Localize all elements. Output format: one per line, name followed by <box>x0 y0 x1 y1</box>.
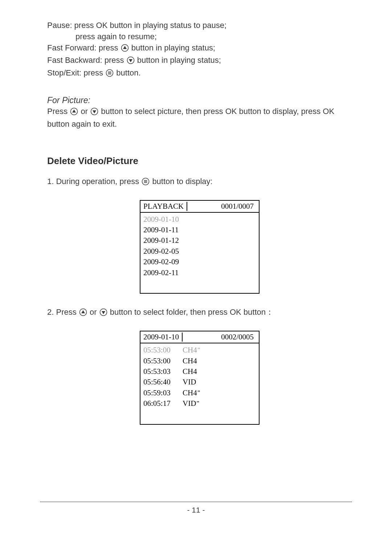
list-item: 2009-02-11 <box>143 268 256 278</box>
down-triangle-circle-icon <box>127 56 135 68</box>
folder-screen-header: 2009-01-10 0002/0005 <box>140 331 259 343</box>
up-triangle-circle-icon <box>70 107 78 119</box>
playback-counter: 0001/0007 <box>221 202 255 211</box>
list-item: 05:59:03CH4” <box>143 388 256 398</box>
playback-list: 2009-01-102009-01-112009-01-122009-02-05… <box>140 213 259 293</box>
folder-list: 05:53:00CH4”05:53:00CH405:53:03CH405:56:… <box>140 343 259 424</box>
svg-marker-3 <box>129 59 132 62</box>
row-time: 05:53:03 <box>143 366 176 377</box>
step2-mid: or <box>87 307 99 317</box>
svg-marker-17 <box>81 310 85 314</box>
list-item: 05:53:00CH4 <box>143 356 256 366</box>
list-item: 05:56:40VID <box>143 377 256 387</box>
row-time: 06:05:17 <box>143 398 176 409</box>
row-time: 05:53:00 <box>143 345 176 355</box>
up-triangle-circle-icon <box>121 44 129 55</box>
step1-prefix: 1. During operation, press <box>47 177 141 186</box>
row-time: 05:59:03 <box>143 388 176 398</box>
stop-prefix: Stop/Exit: press <box>47 68 105 77</box>
down-triangle-circle-icon <box>99 308 107 318</box>
fast-forward-line: Fast Forward: press button in playing st… <box>47 42 352 55</box>
pause-line-1: Pause: press OK button in playing status… <box>47 20 352 31</box>
list-item-blank <box>143 278 256 289</box>
quote-mark-icon: ” <box>196 400 199 407</box>
row-time: 05:56:40 <box>143 377 176 387</box>
stop-suffix: button. <box>114 68 140 77</box>
menu-circle-icon <box>106 69 114 80</box>
pause-line-2: press again to resume; <box>47 31 352 42</box>
list-item: 06:05:17VID” <box>143 398 256 409</box>
stop-exit-line: Stop/Exit: press button. <box>47 68 352 80</box>
step2-prefix: 2. Press <box>47 307 79 317</box>
fp-prefix: Press <box>47 107 70 116</box>
svg-marker-9 <box>72 109 76 113</box>
fb-prefix: Fast Backward: press <box>47 56 126 65</box>
quote-mark-icon: ” <box>197 346 200 353</box>
row-type: CH4” <box>183 388 200 398</box>
list-item: 2009-01-11 <box>143 225 256 235</box>
fp-mid: or <box>78 107 90 116</box>
intro-block: Pause: press OK button in playing status… <box>47 20 352 80</box>
down-triangle-circle-icon <box>90 107 98 119</box>
row-type: VID” <box>183 398 199 409</box>
list-item: 2009-01-10 <box>143 214 256 225</box>
section-title: Delete Video/Picture <box>47 155 352 167</box>
svg-marker-19 <box>102 311 105 314</box>
quote-mark-icon: ” <box>197 389 200 396</box>
list-item: 2009-02-05 <box>143 246 256 257</box>
fb-suffix: button in playing status; <box>135 56 221 65</box>
page-number: - 11 - <box>40 502 352 514</box>
step1-suffix: button to display: <box>150 177 212 186</box>
row-type: VID <box>183 377 196 387</box>
step-2: 2. Press or button to select folder, the… <box>47 307 352 318</box>
for-picture-body: Press or button to select picture, then … <box>47 106 352 130</box>
row-type: CH4 <box>183 356 197 366</box>
playback-title: PLAYBACK <box>140 202 187 211</box>
list-item: 2009-02-09 <box>143 257 256 267</box>
folder-title: 2009-01-10 <box>140 333 183 342</box>
row-type: CH4” <box>183 345 200 355</box>
menu-circle-icon <box>142 178 150 188</box>
list-item-blank <box>143 409 256 420</box>
folder-screen: 2009-01-10 0002/0005 05:53:00CH4”05:53:0… <box>140 331 260 425</box>
step-1: 1. During operation, press button to dis… <box>47 177 352 188</box>
playback-screen-header: PLAYBACK 0001/0007 <box>140 201 259 213</box>
ff-prefix: Fast Forward: press <box>47 43 121 52</box>
folder-counter: 0002/0005 <box>221 333 255 342</box>
for-picture-heading: For Picture: <box>47 95 352 105</box>
svg-marker-11 <box>93 110 96 114</box>
row-time: 05:53:00 <box>143 356 176 366</box>
manual-page: Pause: press OK button in playing status… <box>0 0 392 534</box>
svg-marker-1 <box>123 46 127 49</box>
up-triangle-circle-icon <box>79 308 87 318</box>
playback-screen: PLAYBACK 0001/0007 2009-01-102009-01-112… <box>140 200 260 294</box>
row-type: CH4 <box>183 366 197 377</box>
step2-suffix: button to select folder, then press OK b… <box>108 307 274 317</box>
fast-backward-line: Fast Backward: press button in playing s… <box>47 55 352 68</box>
ff-suffix: button in playing status; <box>129 43 215 52</box>
list-item: 05:53:03CH4 <box>143 366 256 377</box>
list-item: 05:53:00CH4” <box>143 345 256 355</box>
list-item: 2009-01-12 <box>143 235 256 246</box>
